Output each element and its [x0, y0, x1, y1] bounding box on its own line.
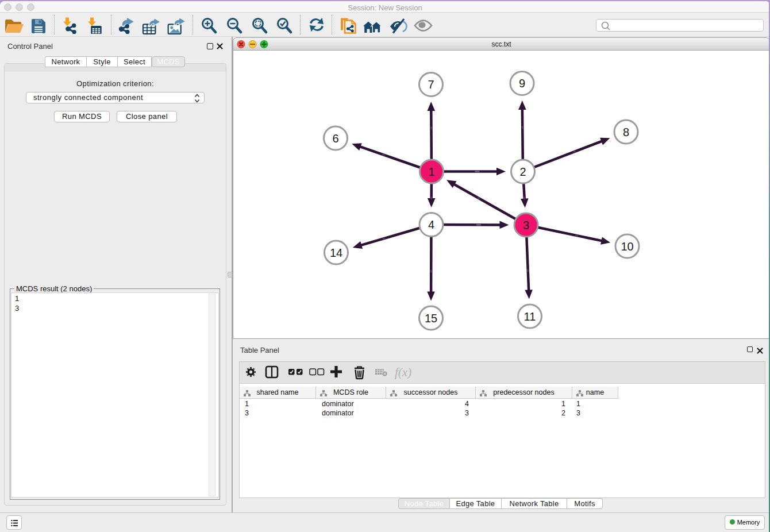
svg-text:8: 8 [623, 126, 629, 138]
svg-text:f(x): f(x) [395, 365, 411, 379]
svg-text:3: 3 [523, 219, 529, 232]
svg-text:9: 9 [519, 77, 525, 90]
svg-text:2: 2 [519, 165, 526, 178]
svg-text:6: 6 [332, 132, 338, 145]
svg-text:10: 10 [621, 240, 633, 253]
svg-text:11: 11 [524, 310, 536, 323]
svg-text:1: 1 [428, 165, 434, 178]
svg-text:15: 15 [425, 312, 437, 325]
svg-text:14: 14 [330, 246, 342, 259]
svg-text:7: 7 [428, 78, 434, 91]
svg-text:4: 4 [428, 218, 434, 231]
